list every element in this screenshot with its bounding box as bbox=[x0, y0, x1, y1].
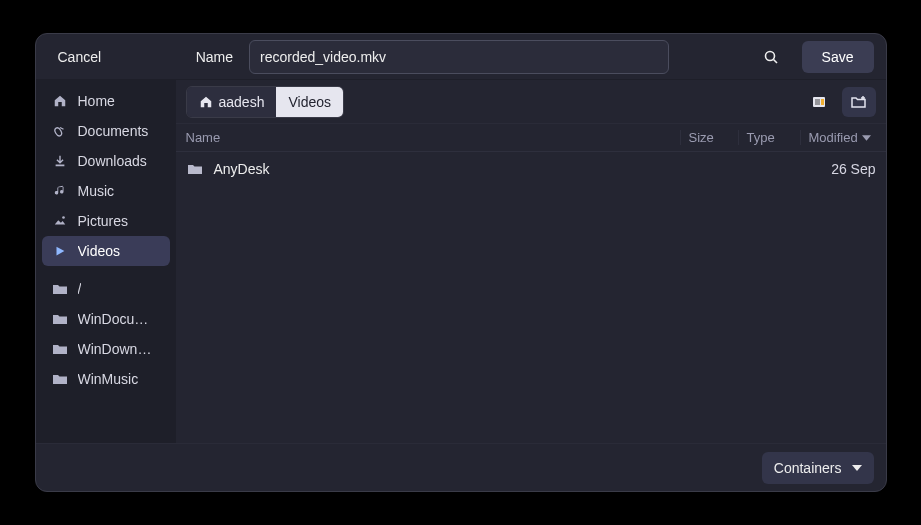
sidebar-item-label: Documents bbox=[78, 123, 149, 139]
file-name: AnyDesk bbox=[214, 161, 680, 177]
sidebar-item-label: Home bbox=[78, 93, 115, 109]
sidebar-item-videos[interactable]: Videos bbox=[42, 236, 170, 266]
cancel-button[interactable]: Cancel bbox=[48, 41, 112, 73]
sidebar-item-label: Videos bbox=[78, 243, 121, 259]
filter-label: Containers bbox=[774, 460, 842, 476]
search-button[interactable] bbox=[754, 40, 788, 74]
settings-icon bbox=[811, 95, 827, 109]
folder-icon bbox=[52, 341, 68, 357]
sidebar-item-label: Downloads bbox=[78, 153, 147, 169]
folder-icon bbox=[52, 281, 68, 297]
sidebar-mount[interactable]: WinMusic bbox=[42, 364, 170, 394]
sidebar-item-label: WinDocu… bbox=[78, 311, 149, 327]
pictures-icon bbox=[52, 213, 68, 229]
folder-icon bbox=[186, 161, 204, 177]
sidebar-item-label: / bbox=[78, 281, 82, 297]
downloads-icon bbox=[52, 153, 68, 169]
svg-point-4 bbox=[62, 216, 65, 219]
settings-button[interactable] bbox=[802, 87, 836, 117]
sidebar-item-label: Music bbox=[78, 183, 115, 199]
dialog-footer: Containers bbox=[36, 443, 886, 491]
file-modified: 26 Sep bbox=[800, 161, 876, 177]
column-header-type[interactable]: Type bbox=[738, 130, 800, 145]
dialog-header: Cancel Name Save bbox=[36, 34, 886, 80]
sidebar-item-label: WinDown… bbox=[78, 341, 152, 357]
column-header-name[interactable]: Name bbox=[176, 130, 680, 145]
sidebar-mount[interactable]: WinDown… bbox=[42, 334, 170, 364]
filename-input[interactable] bbox=[249, 40, 669, 74]
breadcrumb-home-label: aadesh bbox=[219, 94, 265, 110]
sidebar-mount[interactable]: / bbox=[42, 274, 170, 304]
main-pane: aadesh Videos bbox=[176, 80, 886, 443]
sidebar-item-downloads[interactable]: Downloads bbox=[42, 146, 170, 176]
sidebar-item-home[interactable]: Home bbox=[42, 86, 170, 116]
svg-rect-6 bbox=[821, 99, 824, 105]
search-icon bbox=[763, 49, 779, 65]
file-row[interactable]: AnyDesk26 Sep bbox=[176, 152, 886, 186]
new-folder-icon bbox=[850, 94, 868, 110]
sidebar-item-label: WinMusic bbox=[78, 371, 139, 387]
folder-icon bbox=[52, 371, 68, 387]
save-button[interactable]: Save bbox=[802, 41, 874, 73]
file-list[interactable]: AnyDesk26 Sep bbox=[176, 152, 886, 443]
file-type-filter[interactable]: Containers bbox=[762, 452, 874, 484]
column-header-modified[interactable]: Modified bbox=[800, 130, 886, 145]
sidebar-mount[interactable]: WinDocu… bbox=[42, 304, 170, 334]
breadcrumb-current-label: Videos bbox=[288, 94, 331, 110]
breadcrumb-home[interactable]: aadesh bbox=[187, 87, 277, 117]
videos-icon bbox=[52, 243, 68, 259]
music-icon bbox=[52, 183, 68, 199]
new-folder-button[interactable] bbox=[842, 87, 876, 117]
file-save-dialog: Cancel Name Save HomeDocumentsDownloadsM… bbox=[35, 33, 887, 492]
sidebar-item-label: Pictures bbox=[78, 213, 129, 229]
svg-rect-3 bbox=[55, 165, 64, 167]
path-bar: aadesh Videos bbox=[176, 80, 886, 124]
documents-icon bbox=[52, 123, 68, 139]
dialog-body: HomeDocumentsDownloadsMusicPicturesVideo… bbox=[36, 80, 886, 443]
breadcrumb: aadesh Videos bbox=[186, 86, 345, 118]
chevron-down-icon bbox=[852, 465, 862, 471]
sidebar-item-music[interactable]: Music bbox=[42, 176, 170, 206]
home-icon bbox=[199, 95, 213, 109]
breadcrumb-current[interactable]: Videos bbox=[276, 87, 343, 117]
svg-line-1 bbox=[773, 59, 777, 63]
column-header-size[interactable]: Size bbox=[680, 130, 738, 145]
folder-icon bbox=[52, 311, 68, 327]
sort-desc-icon bbox=[862, 135, 871, 141]
svg-point-0 bbox=[765, 51, 774, 60]
sidebar-item-pictures[interactable]: Pictures bbox=[42, 206, 170, 236]
sidebar: HomeDocumentsDownloadsMusicPicturesVideo… bbox=[36, 80, 176, 443]
home-icon bbox=[52, 93, 68, 109]
filename-label: Name bbox=[196, 49, 233, 65]
sidebar-item-documents[interactable]: Documents bbox=[42, 116, 170, 146]
column-headers: Name Size Type Modified bbox=[176, 124, 886, 152]
